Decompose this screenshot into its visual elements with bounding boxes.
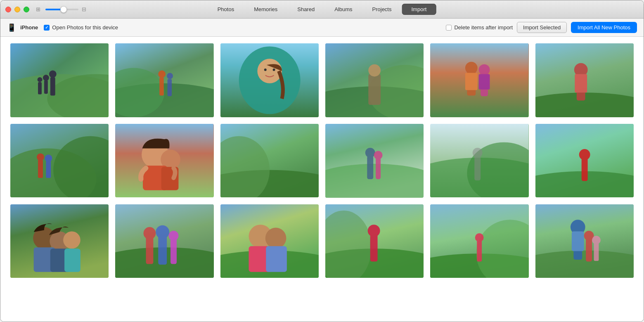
svg-point-28	[465, 62, 478, 74]
minimize-button[interactable]	[14, 7, 20, 12]
svg-point-20	[272, 69, 275, 71]
svg-point-82	[169, 231, 179, 241]
svg-point-63	[473, 148, 483, 158]
list-item[interactable]	[325, 43, 424, 117]
list-item[interactable]	[535, 204, 634, 278]
svg-point-107	[592, 235, 601, 244]
svg-rect-97	[477, 240, 482, 261]
zoom-slider-track	[45, 9, 78, 10]
photo-grid-container	[0, 37, 644, 322]
list-item[interactable]	[430, 43, 528, 117]
import-all-button[interactable]: Import All New Photos	[571, 22, 637, 33]
svg-rect-29	[465, 73, 478, 90]
svg-rect-66	[581, 158, 587, 181]
open-photos-checkbox-container: Open Photos for this device	[44, 24, 118, 31]
svg-point-25	[368, 64, 381, 77]
zoom-slider-thumb	[60, 6, 67, 13]
svg-rect-3	[50, 77, 55, 96]
svg-rect-57	[376, 158, 381, 179]
svg-point-15	[167, 73, 173, 79]
svg-point-18	[257, 59, 282, 83]
svg-point-80	[156, 225, 170, 239]
svg-point-4	[49, 71, 57, 78]
svg-rect-77	[146, 236, 154, 264]
maximize-button[interactable]	[24, 7, 29, 12]
toolbar-right: Delete items after import Import Selecte…	[446, 22, 637, 33]
list-item[interactable]	[115, 43, 213, 117]
list-item[interactable]	[325, 204, 424, 278]
tab-projects[interactable]: Projects	[363, 4, 401, 15]
list-item[interactable]	[10, 43, 109, 117]
photo-grid	[10, 43, 634, 278]
svg-rect-12	[160, 77, 164, 96]
svg-point-100	[535, 250, 634, 278]
list-item[interactable]	[535, 43, 634, 117]
svg-point-86	[265, 227, 286, 249]
svg-rect-32	[479, 74, 490, 89]
list-item[interactable]	[220, 204, 319, 278]
svg-point-71	[63, 231, 80, 249]
tab-photos[interactable]: Photos	[208, 4, 244, 15]
svg-rect-37	[575, 74, 587, 92]
import-selected-button[interactable]: Import Selected	[517, 22, 567, 33]
svg-rect-62	[475, 156, 481, 180]
iphone-icon: 📱	[7, 23, 16, 32]
svg-point-67	[579, 149, 590, 160]
svg-point-56	[365, 148, 375, 158]
tab-import[interactable]: Import	[402, 4, 436, 15]
svg-rect-24	[368, 74, 381, 104]
svg-rect-41	[38, 159, 43, 178]
svg-rect-81	[170, 238, 177, 264]
traffic-lights	[5, 7, 29, 12]
svg-rect-43	[46, 161, 51, 178]
svg-rect-14	[168, 79, 172, 96]
nav-tabs: Photos Memories Shared Albums Projects I…	[208, 4, 436, 15]
tab-albums[interactable]: Albums	[325, 4, 362, 15]
svg-point-44	[45, 154, 52, 162]
svg-rect-55	[367, 156, 373, 179]
list-item[interactable]	[535, 124, 634, 198]
svg-rect-79	[159, 235, 167, 264]
svg-rect-74	[64, 249, 80, 272]
svg-point-58	[374, 151, 383, 159]
svg-point-93	[368, 225, 380, 237]
open-photos-label: Open Photos for this device	[52, 24, 118, 31]
svg-point-54	[325, 164, 424, 198]
window-controls: ⊞ ⊟	[36, 6, 86, 12]
sidebar-toggle-icon[interactable]: ⊞	[36, 6, 40, 12]
list-item[interactable]	[10, 204, 109, 278]
fullscreen-icon[interactable]: ⊟	[82, 6, 86, 12]
svg-point-13	[159, 71, 166, 78]
svg-rect-5	[44, 80, 48, 94]
tab-shared[interactable]: Shared	[288, 4, 324, 15]
svg-point-78	[144, 227, 156, 239]
svg-rect-92	[370, 234, 378, 261]
svg-point-8	[38, 77, 43, 82]
svg-rect-7	[38, 82, 42, 95]
zoom-slider-container[interactable]	[45, 9, 78, 10]
svg-point-19	[264, 69, 266, 71]
delete-checkbox[interactable]	[446, 25, 452, 31]
list-item[interactable]	[325, 124, 424, 198]
close-button[interactable]	[5, 7, 11, 12]
list-item[interactable]	[115, 204, 213, 278]
svg-rect-88	[266, 246, 287, 272]
list-item[interactable]	[430, 204, 528, 278]
list-item[interactable]	[220, 43, 319, 117]
list-item[interactable]	[10, 124, 109, 198]
svg-point-42	[37, 153, 44, 161]
svg-rect-104	[586, 238, 592, 261]
open-photos-checkbox[interactable]	[44, 25, 50, 31]
delete-label: Delete items after import	[454, 24, 513, 31]
toolbar: 📱 iPhone Open Photos for this device Del…	[0, 19, 644, 37]
delete-checkbox-container: Delete items after import	[446, 24, 513, 31]
tab-memories[interactable]: Memories	[244, 4, 287, 15]
svg-point-31	[479, 64, 490, 76]
device-name-label: iPhone	[20, 24, 38, 31]
list-item[interactable]	[220, 124, 319, 198]
list-item[interactable]	[115, 124, 213, 198]
svg-rect-103	[572, 231, 584, 251]
title-bar: ⊞ ⊟ Photos Memories Shared Albums Projec…	[0, 0, 644, 19]
svg-point-6	[43, 75, 49, 81]
list-item[interactable]	[430, 124, 528, 198]
